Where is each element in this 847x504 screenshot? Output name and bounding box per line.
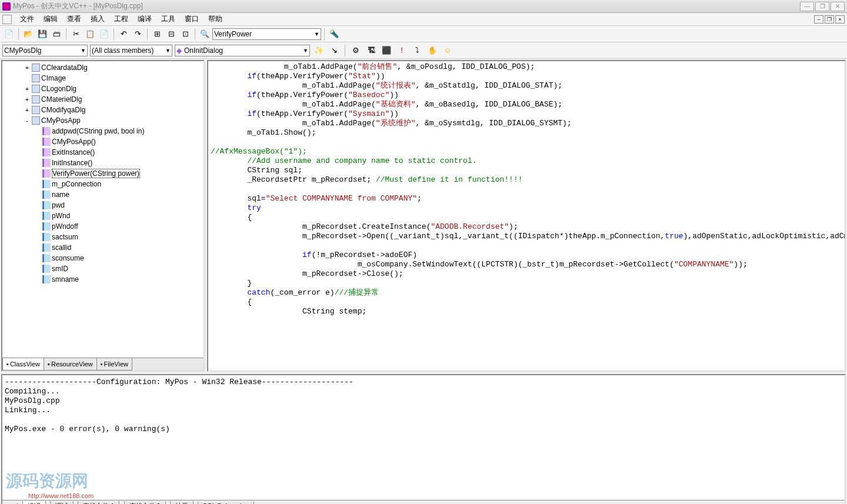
tree-node[interactable]: +CLogonDlg — [4, 84, 202, 94]
menu-6[interactable]: 工具 — [156, 14, 180, 24]
minimize-button[interactable]: — — [800, 2, 814, 11]
menu-1[interactable]: 编辑 — [39, 14, 62, 24]
field-icon — [42, 254, 51, 262]
tree-node[interactable]: m_pConnection — [4, 179, 202, 189]
menu-2[interactable]: 查看 — [62, 14, 86, 24]
tree-node[interactable]: scallid — [4, 242, 202, 253]
output-text[interactable]: --------------------Configuration: MyPos… — [2, 375, 845, 500]
output-tab-2[interactable]: 查找文件 1 — [78, 501, 119, 505]
wand-icon[interactable]: ✨ — [312, 44, 325, 57]
menu-8[interactable]: 帮助 — [204, 14, 227, 24]
app-icon — [2, 2, 11, 11]
menu-5[interactable]: 编译 — [133, 14, 156, 24]
go-icon[interactable]: ⤵ — [411, 44, 424, 57]
tree-node[interactable]: InitInstance() — [4, 158, 202, 168]
method-icon — [42, 159, 51, 167]
tree-label: InitInstance() — [52, 159, 92, 167]
field-icon — [42, 233, 51, 241]
stop-build-icon[interactable]: ⬛ — [380, 44, 393, 57]
tree-node[interactable]: pWnd — [4, 211, 202, 221]
system-menu-icon[interactable] — [2, 15, 12, 24]
new-file-icon[interactable]: 📄 — [2, 28, 15, 41]
wizard-toolbar: CMyPosDlg▼ (All class members)▼ ◆ OnInit… — [0, 42, 847, 59]
tree-node[interactable]: ExitInstance() — [4, 147, 202, 158]
tree-label: pWndoff — [52, 222, 78, 231]
copy-icon[interactable]: 📋 — [84, 28, 96, 41]
tree-node[interactable]: addpwd(CString pwd, bool in) — [4, 126, 202, 136]
output-tab-3[interactable]: 查找文件 2 — [124, 501, 166, 505]
find-combo-text: VerifyPower — [214, 30, 252, 38]
maximize-button[interactable]: ❐ — [815, 2, 829, 11]
build-icon[interactable]: 🏗 — [365, 44, 378, 57]
tree-node[interactable]: +CMaterielDlg — [4, 94, 202, 105]
method-icon: ◆ — [176, 46, 182, 55]
class-icon — [32, 106, 40, 114]
compile-icon[interactable]: ⚙ — [349, 44, 362, 57]
tree-label: CMaterielDlg — [41, 95, 82, 104]
mdi-close-button[interactable]: × — [835, 15, 845, 24]
smiley-icon[interactable]: ☺ — [441, 44, 454, 57]
menu-0[interactable]: 文件 — [15, 14, 39, 24]
search-icon[interactable]: 🔦 — [328, 28, 341, 41]
tree-node[interactable]: pWndoff — [4, 221, 202, 232]
sidebar-tab-fileview[interactable]: ▪FileView — [96, 358, 132, 371]
tree-node[interactable]: sconsume — [4, 253, 202, 263]
menu-3[interactable]: 插入 — [86, 14, 109, 24]
arrow-icon[interactable]: ↘ — [328, 44, 341, 57]
chevron-down-icon: ▼ — [314, 31, 319, 37]
tree-node[interactable]: sactsum — [4, 232, 202, 242]
execute-icon[interactable]: ! — [395, 44, 408, 57]
field-icon — [42, 212, 51, 220]
tree-node[interactable]: VerifyPower(CString power) — [4, 168, 202, 179]
tree-label: pWnd — [52, 212, 70, 220]
class-icon — [32, 64, 40, 72]
undo-icon[interactable]: ↶ — [117, 28, 130, 41]
tree-label: CImage — [41, 74, 66, 82]
class-combo[interactable]: CMyPosDlg▼ — [2, 45, 88, 56]
find-combo[interactable]: VerifyPower ▼ — [212, 28, 321, 40]
tree-node[interactable]: -CMyPosApp — [4, 115, 202, 126]
window-list-icon[interactable]: ⊟ — [165, 28, 178, 41]
tree-node[interactable]: +CModifyqaDlg — [4, 105, 202, 115]
output-tab-4[interactable]: 结果 — [170, 501, 194, 505]
filter-combo[interactable]: (All class members)▼ — [90, 45, 172, 56]
member-combo[interactable]: ◆ OnInitDialog▼ — [175, 45, 310, 56]
tree-node[interactable]: smname — [4, 274, 202, 285]
field-icon — [42, 201, 51, 209]
menu-7[interactable]: 窗口 — [180, 14, 204, 24]
output-tab-5[interactable]: SQL Debugging — [198, 502, 254, 504]
cut-icon[interactable]: ✂ — [69, 28, 82, 41]
save-icon[interactable]: 💾 — [36, 28, 49, 41]
class-icon — [32, 116, 40, 125]
code-editor[interactable]: m_oTab1.AddPage("前台销售", &m_oPosdlg, IDD_… — [207, 60, 846, 372]
tree-label: VerifyPower(CString power) — [52, 169, 140, 178]
sidebar-tab-classview[interactable]: ▪ClassView — [2, 358, 44, 371]
tree-node[interactable]: pwd — [4, 200, 202, 211]
tree-node[interactable]: CMyPosApp() — [4, 136, 202, 147]
class-icon — [32, 74, 40, 82]
field-icon — [42, 180, 51, 188]
open-icon[interactable]: 📂 — [22, 28, 35, 41]
workspace-icon[interactable]: ⊞ — [151, 28, 164, 41]
redo-icon[interactable]: ↷ — [131, 28, 144, 41]
save-all-icon[interactable]: 🗃 — [50, 28, 63, 41]
mdi-restore-button[interactable]: ❐ — [825, 15, 834, 24]
workspace-tabs: ▪ClassView▪ResourceView▪FileView — [2, 358, 204, 371]
mdi-minimize-button[interactable]: – — [814, 15, 823, 24]
menu-4[interactable]: 工程 — [109, 14, 133, 24]
breakpoint-icon[interactable]: ✋ — [426, 44, 439, 57]
find-icon[interactable]: 🔍 — [198, 28, 211, 41]
tree-node[interactable]: name — [4, 189, 202, 200]
sidebar-tab-resourceview[interactable]: ▪ResourceView — [44, 358, 97, 371]
tree-node[interactable]: CImage — [4, 73, 202, 84]
tree-node[interactable]: +CCleardataDlg — [4, 62, 202, 73]
class-tree[interactable]: +CCleardataDlgCImage+CLogonDlg+CMateriel… — [2, 61, 204, 358]
tree-node[interactable]: smID — [4, 263, 202, 274]
tile-icon[interactable]: ⊡ — [179, 28, 192, 41]
output-tab-1[interactable]: 调试 — [50, 501, 74, 505]
paste-icon[interactable]: 📄 — [98, 28, 111, 41]
class-icon — [32, 85, 40, 93]
close-button[interactable]: ✕ — [831, 2, 845, 11]
output-tab-0[interactable]: 编译 — [22, 501, 46, 505]
class-combo-text: CMyPosDlg — [4, 46, 41, 55]
